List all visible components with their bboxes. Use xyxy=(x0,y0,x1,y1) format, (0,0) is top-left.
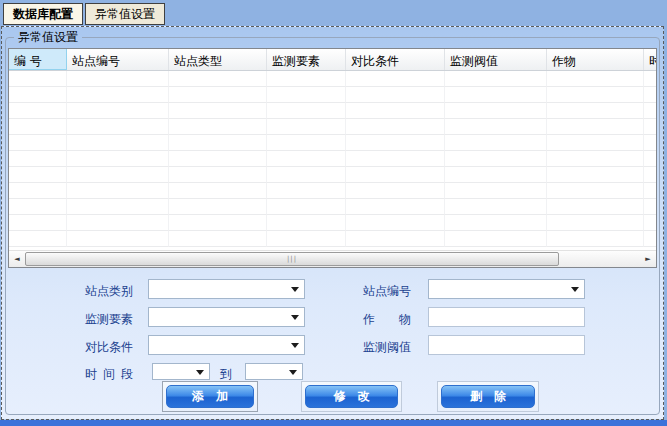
delete-button-frame: 删 除 xyxy=(437,381,539,412)
chevron-down-icon xyxy=(289,370,297,375)
table-row[interactable] xyxy=(9,119,656,135)
column-header[interactable]: 作物 xyxy=(547,49,644,70)
table-cell xyxy=(445,231,547,247)
modify-button-frame: 修 改 xyxy=(301,381,402,412)
scroll-right-icon[interactable]: ► xyxy=(640,251,656,267)
table-cell xyxy=(267,103,346,119)
table-cell xyxy=(644,199,657,215)
table-cell xyxy=(67,103,169,119)
table-cell xyxy=(644,151,657,167)
tab-database-config[interactable]: 数据库配置 xyxy=(3,3,83,25)
scrollbar-thumb[interactable]: ||| xyxy=(25,252,559,266)
tab-abnormal-value-settings[interactable]: 异常值设置 xyxy=(85,3,165,25)
chevron-down-icon xyxy=(196,370,204,375)
table-cell xyxy=(267,71,346,87)
column-header[interactable]: 编 号 xyxy=(9,49,67,70)
table-cell xyxy=(67,151,169,167)
table-row[interactable] xyxy=(9,103,656,119)
table-row[interactable] xyxy=(9,135,656,151)
table-row[interactable] xyxy=(9,71,656,87)
compare-condition-combobox[interactable] xyxy=(148,335,305,355)
table-cell xyxy=(169,71,267,87)
table-cell xyxy=(346,135,445,151)
table-cell xyxy=(644,119,657,135)
time-from-combobox[interactable] xyxy=(152,363,210,380)
monitor-element-combobox[interactable] xyxy=(148,307,305,327)
table-row[interactable] xyxy=(9,87,656,103)
table-cell xyxy=(267,151,346,167)
table-cell xyxy=(67,135,169,151)
table-cell xyxy=(67,215,169,231)
table-cell xyxy=(644,71,657,87)
table-row[interactable] xyxy=(9,151,656,167)
table-cell xyxy=(346,87,445,103)
table-cell xyxy=(644,87,657,103)
table-row[interactable] xyxy=(9,231,656,247)
table-cell xyxy=(346,119,445,135)
table-cell xyxy=(644,103,657,119)
table-row[interactable] xyxy=(9,199,656,215)
table-cell xyxy=(346,167,445,183)
column-header[interactable]: 监测阀值 xyxy=(445,49,547,70)
table-row[interactable] xyxy=(9,215,656,231)
chevron-down-icon xyxy=(291,287,299,292)
modify-button[interactable]: 修 改 xyxy=(305,385,398,408)
table-cell xyxy=(644,215,657,231)
table-cell xyxy=(644,183,657,199)
table-cell xyxy=(445,199,547,215)
table-cell xyxy=(9,199,67,215)
column-header[interactable]: 时 xyxy=(644,49,657,70)
table-cell xyxy=(267,119,346,135)
table-cell xyxy=(267,215,346,231)
table-row[interactable] xyxy=(9,183,656,199)
table-cell xyxy=(67,167,169,183)
table-cell xyxy=(67,87,169,103)
add-button[interactable]: 添 加 xyxy=(166,385,254,408)
station-type-combobox[interactable] xyxy=(148,279,305,299)
station-id-combobox[interactable] xyxy=(428,279,585,299)
table-cell xyxy=(346,199,445,215)
table-cell xyxy=(644,167,657,183)
table-cell xyxy=(445,151,547,167)
table-cell xyxy=(346,71,445,87)
table-cell xyxy=(547,183,644,199)
table-cell xyxy=(445,103,547,119)
table-cell xyxy=(9,167,67,183)
column-header[interactable]: 监测要素 xyxy=(267,49,346,70)
chevron-down-icon xyxy=(571,287,579,292)
threshold-input[interactable] xyxy=(428,335,585,355)
table-cell xyxy=(547,71,644,87)
scroll-left-icon[interactable]: ◄ xyxy=(9,251,25,267)
table-cell xyxy=(67,231,169,247)
column-header[interactable]: 站点编号 xyxy=(67,49,169,70)
table-cell xyxy=(67,199,169,215)
table-row[interactable] xyxy=(9,167,656,183)
scrollbar-grip-icon: ||| xyxy=(287,256,297,263)
station-type-label: 站点类别 xyxy=(85,283,133,300)
table-cell xyxy=(169,135,267,151)
column-header[interactable]: 对比条件 xyxy=(346,49,445,70)
delete-button[interactable]: 删 除 xyxy=(441,385,535,408)
table-cell xyxy=(9,87,67,103)
crop-input[interactable] xyxy=(428,307,585,327)
table-cell xyxy=(644,135,657,151)
column-header[interactable]: 站点类型 xyxy=(169,49,267,70)
table-cell xyxy=(547,103,644,119)
table-cell xyxy=(67,119,169,135)
bottom-border-strip xyxy=(0,420,667,426)
table-cell xyxy=(346,151,445,167)
table-cell xyxy=(346,103,445,119)
table-cell xyxy=(445,119,547,135)
scrollbar-track[interactable]: ||| xyxy=(25,251,640,267)
table-cell xyxy=(169,103,267,119)
table-cell xyxy=(346,231,445,247)
table-cell xyxy=(547,135,644,151)
table-cell xyxy=(9,183,67,199)
table-cell xyxy=(169,231,267,247)
horizontal-scrollbar[interactable]: ◄ ||| ► xyxy=(9,250,656,267)
table-cell xyxy=(267,199,346,215)
table-cell xyxy=(644,231,657,247)
table-cell xyxy=(267,167,346,183)
time-to-combobox[interactable] xyxy=(245,363,303,380)
table-cell xyxy=(547,119,644,135)
